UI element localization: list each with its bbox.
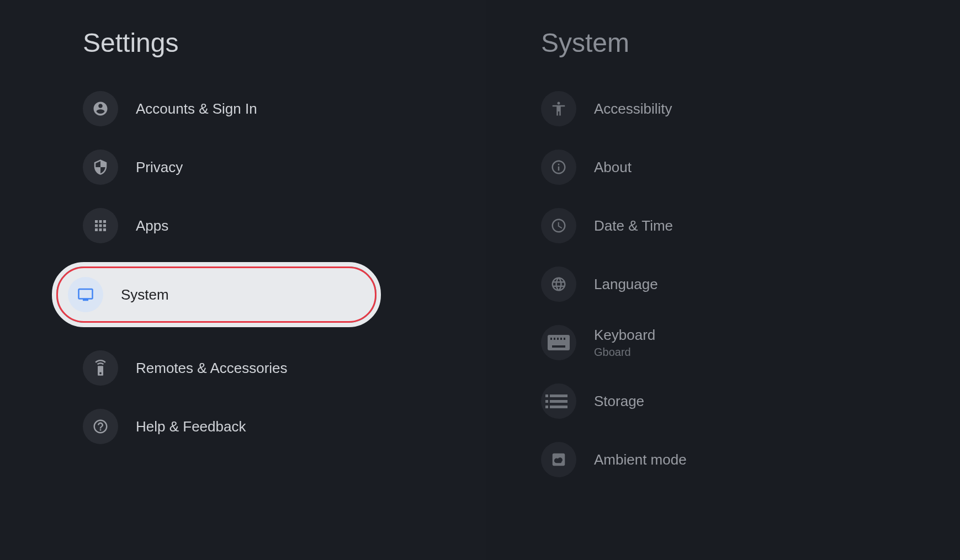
menu-label: Help & Feedback [136, 418, 246, 435]
menu-item-apps[interactable]: Apps [83, 208, 486, 243]
system-panel: System Accessibility About Date & Time L… [486, 0, 960, 560]
menu-item-remotes[interactable]: Remotes & Accessories [83, 350, 486, 386]
menu-item-keyboard[interactable]: Keyboard Gboard [541, 325, 960, 360]
remote-icon [83, 350, 118, 386]
account-icon [83, 91, 118, 126]
menu-item-datetime[interactable]: Date & Time [541, 208, 960, 243]
system-title: System [541, 28, 960, 58]
monitor-icon [68, 277, 103, 312]
menu-item-ambient[interactable]: Ambient mode [541, 442, 960, 477]
menu-sublabel: Gboard [594, 346, 655, 359]
settings-title: Settings [83, 28, 486, 58]
menu-label: System [121, 286, 169, 303]
menu-item-accessibility[interactable]: Accessibility [541, 91, 960, 126]
menu-label: Accounts & Sign In [136, 100, 257, 118]
menu-label: Ambient mode [594, 451, 687, 468]
menu-label: Date & Time [594, 217, 673, 234]
info-icon [541, 150, 576, 185]
menu-item-privacy[interactable]: Privacy [83, 150, 486, 185]
menu-label: Keyboard [594, 327, 655, 344]
menu-label: About [594, 159, 632, 176]
menu-item-system[interactable]: System [56, 266, 376, 323]
menu-label: Apps [136, 217, 168, 234]
menu-item-help[interactable]: Help & Feedback [83, 409, 486, 444]
menu-item-accounts[interactable]: Accounts & Sign In [83, 91, 486, 126]
settings-panel: Settings Accounts & Sign In Privacy Apps… [0, 0, 486, 560]
help-icon [83, 409, 118, 444]
accessibility-icon [541, 91, 576, 126]
menu-label: Storage [594, 393, 644, 410]
grid-icon [83, 208, 118, 243]
menu-item-about[interactable]: About [541, 150, 960, 185]
menu-label: Privacy [136, 159, 183, 176]
shield-icon [83, 150, 118, 185]
menu-label: Language [594, 276, 658, 293]
globe-icon [541, 266, 576, 302]
cloud-icon [541, 442, 576, 477]
menu-label: Accessibility [594, 100, 672, 118]
storage-icon [541, 383, 576, 419]
clock-icon [541, 208, 576, 243]
menu-item-storage[interactable]: Storage [541, 383, 960, 419]
menu-label: Remotes & Accessories [136, 360, 288, 377]
keyboard-icon [541, 325, 576, 360]
menu-item-language[interactable]: Language [541, 266, 960, 302]
